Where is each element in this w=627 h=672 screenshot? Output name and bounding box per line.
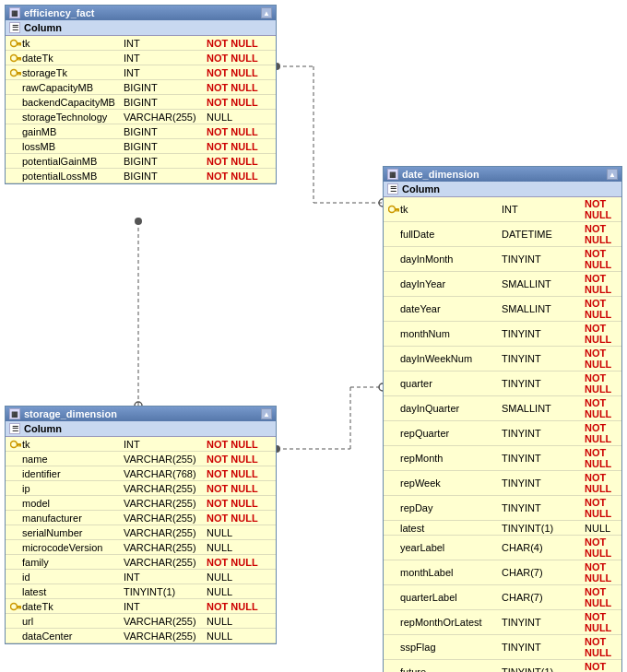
svg-point-21 [10,69,17,76]
column-nullable: NOT NULL [585,611,618,633]
column-name: lossMB [22,141,124,152]
svg-rect-30 [17,443,21,445]
table-row: potentialLossMBBIGINTNOT NULL [6,169,276,183]
table-row: latestTINYINT(1)NULL [6,584,276,599]
scroll-up-btn[interactable]: ▲ [607,169,618,180]
table-row: tkINTNOT NULL [6,437,276,452]
table-row: repMonthOrLatestTINYINTNOT NULL [384,610,621,635]
column-name: microcodeVersion [22,542,124,553]
column-type: VARCHAR(255) [124,112,207,123]
svg-rect-34 [17,606,21,607]
column-type: INT [124,601,207,612]
table-row: backendCapacityMBBIGINTNOT NULL [6,95,276,110]
svg-rect-31 [19,445,21,447]
column-nullable: NOT NULL [207,513,272,524]
column-name: gainMB [22,126,124,137]
column-name: tk [22,439,124,450]
column-nullable: NOT NULL [585,198,618,220]
column-type: VARCHAR(255) [124,454,207,465]
column-nullable: NOT NULL [585,223,618,245]
column-name: tk [22,38,124,49]
col-header-icon: ☰ [9,423,20,434]
table-row: urlVARCHAR(255)NULL [6,614,276,629]
column-nullable: NOT NULL [585,397,618,419]
column-type: VARCHAR(255) [124,483,207,494]
column-nullable: NOT NULL [585,447,618,469]
date-dimension-title-bar: ▦ date_dimension ▲ [384,167,621,182]
column-type: INT [502,204,585,215]
column-type: VARCHAR(255) [124,513,207,524]
column-nullable: NULL [207,527,272,538]
table-row: latestTINYINT(1)NULL [384,521,621,536]
column-name: repQuarter [400,428,502,439]
column-name: family [22,557,124,568]
column-type: SMALLINT [502,278,585,289]
svg-rect-24 [18,74,19,76]
date-dimension-table: ▦ date_dimension ▲ ☰ Column tkINTNOT NUL… [383,166,622,672]
svg-point-25 [388,206,395,213]
column-name: quarterLabel [400,592,502,603]
column-name: rawCapacityMB [22,82,124,93]
efficiency-fact-title-bar: ▦ efficiency_fact ▲ [6,6,276,20]
column-name: repMonth [400,453,502,464]
primary-key-icon [9,68,22,77]
column-name: id [22,572,124,583]
table-row: dataCenterVARCHAR(255)NULL [6,629,276,643]
svg-rect-26 [395,208,399,210]
table-row: tkINTNOT NULL [6,36,276,51]
column-type: BIGINT [124,156,207,167]
table-row: microcodeVersionVARCHAR(255)NULL [6,540,276,555]
storage-dimension-col-header: ☰ Column [6,421,276,437]
column-name: repDay [400,502,502,513]
column-name: quarter [400,378,502,389]
column-type: TINYINT [502,428,585,439]
table-row: serialNumberVARCHAR(255)NULL [6,525,276,540]
column-name: dateTk [22,53,124,64]
column-nullable: NOT NULL [207,67,272,78]
column-nullable: NOT NULL [207,126,272,137]
column-name: fullDate [400,229,502,240]
column-type: CHAR(4) [502,542,585,553]
column-type: INT [124,53,207,64]
table-row: repQuarterTINYINTNOT NULL [384,421,621,446]
table-row: monthNumTINYINTNOT NULL [384,322,621,347]
table-row: repDayTINYINTNOT NULL [384,496,621,521]
column-nullable: NOT NULL [585,298,618,320]
column-name: sspFlag [400,642,502,653]
scroll-up-btn[interactable]: ▲ [261,7,272,18]
column-name: dayInQuarter [400,403,502,414]
svg-point-29 [10,441,17,447]
scroll-up-btn[interactable]: ▲ [261,408,272,419]
primary-key-icon [387,205,400,214]
efficiency-fact-rows: tkINTNOT NULL dateTkINTNOT NULL storageT… [6,36,276,183]
column-type: VARCHAR(255) [124,631,207,642]
column-name: serialNumber [22,527,124,538]
column-nullable: NULL [207,631,272,642]
column-name: repWeek [400,477,502,489]
column-name: storageTechnology [22,112,124,123]
column-nullable: NOT NULL [207,141,272,152]
column-name: dayInMonth [400,253,502,265]
table-row: nameVARCHAR(255)NOT NULL [6,452,276,466]
column-type: VARCHAR(255) [124,527,207,538]
column-nullable: NULL [585,523,618,534]
table-row: rawCapacityMBBIGINTNOT NULL [6,80,276,95]
svg-rect-23 [19,74,21,76]
column-nullable: NOT NULL [585,422,618,444]
efficiency-fact-table: ▦ efficiency_fact ▲ ☰ Column tkINTNOT NU… [5,5,277,184]
svg-rect-18 [17,57,21,59]
table-row: dayInYearSMALLINTNOT NULL [384,272,621,297]
column-type: TINYINT [502,328,585,339]
column-nullable: NULL [207,112,272,123]
table-row: storageTkINTNOT NULL [6,65,276,80]
column-nullable: NULL [207,572,272,583]
primary-key-icon [9,39,22,48]
column-name: backendCapacityMB [22,97,124,108]
column-type: INT [124,38,207,49]
column-name: url [22,616,124,627]
svg-point-33 [10,603,17,609]
svg-point-13 [10,40,17,46]
column-type: TINYINT [502,617,585,628]
column-type: DATETIME [502,229,585,240]
column-type: TINYINT(1) [502,523,585,534]
